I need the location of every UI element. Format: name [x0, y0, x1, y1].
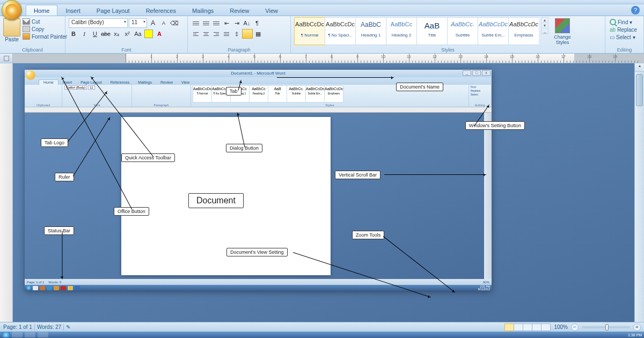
bold-button[interactable]: B — [69, 29, 78, 39]
justify-button[interactable] — [222, 29, 231, 39]
scroll-up-button[interactable]: ▴ — [635, 63, 644, 72]
proofing-icon[interactable]: ✎ — [66, 324, 70, 330]
style-normal[interactable]: AaBbCcDc¶ Normal — [294, 17, 325, 45]
start-button[interactable] — [2, 332, 10, 337]
underline-button[interactable]: U — [90, 29, 100, 39]
help-icon[interactable]: ? — [631, 6, 640, 14]
scroll-thumb[interactable] — [636, 74, 643, 106]
style-title[interactable]: AaBTitle — [416, 17, 448, 45]
view-buttons[interactable] — [505, 324, 551, 331]
ruler-toggle[interactable] — [0, 54, 13, 63]
horizontal-ruler[interactable]: 12345678910111213141516171819 — [13, 54, 644, 63]
tab-review[interactable]: Review — [222, 5, 257, 16]
vertical-scrollbar[interactable]: ▴ — [634, 63, 644, 322]
grow-font-button[interactable]: A — [148, 18, 158, 28]
group-font: Calibri (Body) 11 A A ⌫ B I U abc x₂ x² … — [65, 16, 188, 53]
style-nospaci[interactable]: AaBbCcDc¶ No Spaci... — [325, 17, 356, 45]
borders-button[interactable]: ▦ — [253, 29, 263, 39]
inner-taskbar: 2:21 PM9/11/2013 — [25, 285, 492, 291]
zoom-in-button[interactable]: + — [633, 324, 641, 331]
zoom-percent[interactable]: 100% — [554, 324, 568, 330]
office-button[interactable] — [2, 0, 22, 20]
clear-formatting-button[interactable]: ⌫ — [170, 18, 179, 28]
show-marks-button[interactable]: ¶ — [252, 18, 262, 28]
styles-more-button[interactable]: ▴▾⎯ — [541, 17, 548, 34]
tab-mailings[interactable]: Mailings — [184, 5, 222, 16]
zoom-slider[interactable] — [582, 326, 630, 328]
bullets-button[interactable] — [191, 18, 201, 28]
shading-button[interactable] — [242, 29, 253, 39]
zoom-thumb[interactable] — [605, 324, 609, 330]
inner-tab-references: References — [106, 80, 134, 85]
inner-tab-pagelayout: Page Layout — [76, 80, 106, 85]
styles-group-label: Styles — [291, 47, 605, 53]
status-words[interactable]: Words: 27 — [37, 324, 61, 330]
taskbar-explorer-icon[interactable] — [12, 332, 23, 337]
callout-viewsetting: Document's View Setting — [226, 248, 288, 256]
document-canvas[interactable]: Document1 - Microsoft Word _□x Home Inse… — [13, 63, 634, 322]
numbering-button[interactable] — [201, 18, 211, 28]
font-color-button[interactable]: A — [155, 29, 164, 39]
tab-view[interactable]: View — [257, 5, 286, 16]
system-clock[interactable]: 1:38 PM — [628, 333, 642, 337]
replace-button[interactable]: abReplace — [610, 27, 639, 33]
align-center-button[interactable] — [201, 29, 211, 39]
line-spacing-button[interactable]: ‡ — [232, 29, 241, 39]
taskbar-firefox-icon[interactable] — [25, 332, 35, 337]
view-print-layout-button[interactable] — [504, 324, 514, 331]
style-emphasis[interactable]: AaBbCcDcEmphasis — [508, 17, 539, 45]
status-page[interactable]: Page: 1 of 1 — [3, 324, 32, 330]
font-size-combo[interactable]: 11 — [129, 18, 147, 28]
select-button[interactable]: ▭Select ▾ — [610, 34, 639, 40]
shrink-font-button[interactable]: A — [159, 18, 169, 28]
cut-button[interactable]: Cut — [23, 18, 67, 25]
inner-style-item: AaBbCcHeading 2 — [249, 85, 268, 102]
change-styles-button[interactable]: Change Styles — [551, 17, 574, 45]
taskbar-ie-icon[interactable] — [38, 332, 48, 337]
zoom-out-button[interactable]: − — [571, 324, 579, 331]
tab-page-layout[interactable]: Page Layout — [89, 5, 138, 16]
decrease-indent-button[interactable]: ⇤ — [222, 18, 231, 28]
brush-icon — [23, 33, 30, 40]
arrow — [62, 231, 63, 280]
find-button[interactable]: Find ▾ — [610, 19, 639, 25]
group-paragraph: ⇤ ⇥ A↓ ¶ ‡ ▦ Paragraph — [188, 16, 291, 53]
highlight-button[interactable] — [144, 29, 153, 39]
callout-tablogo: Tab Logo — [41, 138, 68, 147]
copy-button[interactable]: Copy — [23, 26, 67, 32]
view-draft-button[interactable] — [541, 324, 551, 331]
view-outline-button[interactable] — [532, 324, 541, 331]
callout-vscroll: Vertical Scroll Bar — [335, 171, 380, 179]
inner-style-item: AaBbCcDcSubtle Em... — [305, 85, 325, 102]
tab-home[interactable]: Home — [26, 5, 57, 16]
superscript-button[interactable]: x² — [122, 29, 132, 39]
view-fullscreen-button[interactable] — [514, 324, 523, 331]
align-right-button[interactable] — [211, 29, 221, 39]
inner-word-icon — [75, 286, 80, 290]
tab-insert[interactable]: Insert — [57, 5, 89, 16]
sort-button[interactable]: A↓ — [242, 18, 252, 28]
align-center-icon — [202, 29, 210, 39]
increase-indent-button[interactable]: ⇥ — [232, 18, 241, 28]
style-subtitle[interactable]: AaBbCc.Subtitle — [447, 17, 478, 45]
format-painter-button[interactable]: Format Painter — [23, 33, 67, 40]
subscript-button[interactable]: x₂ — [112, 29, 121, 39]
style-subtleem[interactable]: AaBbCcDcSubtle Em... — [478, 17, 509, 45]
change-styles-icon — [555, 18, 570, 33]
align-right-icon — [212, 29, 221, 39]
tab-references[interactable]: References — [138, 5, 184, 16]
strikethrough-button[interactable]: abc — [101, 29, 111, 39]
style-heading2[interactable]: AaBbCcHeading 2 — [386, 17, 417, 45]
styles-gallery[interactable]: AaBbCcDc¶ NormalAaBbCcDc¶ No Spaci...AaB… — [294, 17, 539, 45]
align-left-button[interactable] — [191, 29, 201, 39]
numbering-icon — [202, 18, 210, 28]
paste-button[interactable]: Paste — [3, 17, 20, 42]
ribbon: Paste Cut Copy Format Painter Clipboard … — [0, 16, 644, 54]
view-web-button[interactable] — [523, 324, 532, 331]
style-heading1[interactable]: AaBbCHeading 1 — [355, 17, 386, 45]
vertical-ruler[interactable] — [0, 63, 13, 322]
change-case-button[interactable]: Aa — [133, 29, 143, 39]
font-name-combo[interactable]: Calibri (Body) — [69, 18, 128, 28]
multilevel-button[interactable] — [211, 18, 221, 28]
italic-button[interactable]: I — [79, 29, 89, 39]
